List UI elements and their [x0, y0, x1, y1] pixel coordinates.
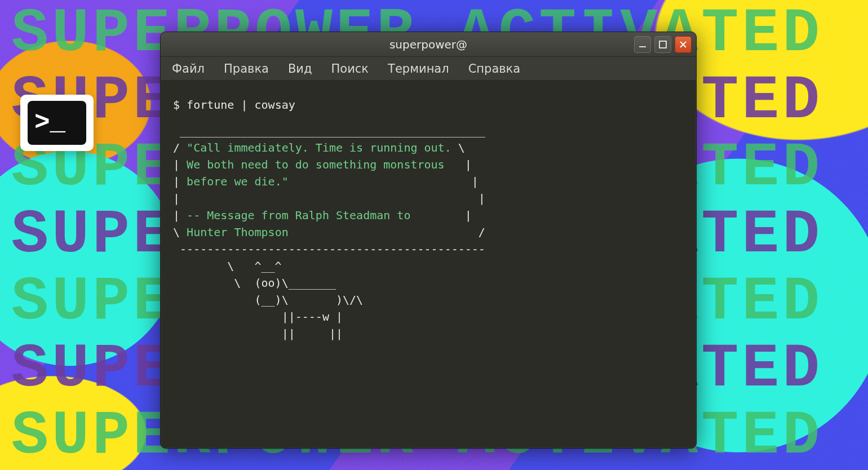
menu-view[interactable]: Вид: [288, 62, 312, 76]
terminal-icon: >_: [28, 101, 86, 145]
cow-art: ||----w |: [173, 310, 343, 323]
cow-art: || ||: [173, 327, 343, 340]
menu-file[interactable]: Файл: [172, 62, 205, 76]
prompt-symbol: $: [173, 98, 180, 112]
fortune-line: We both need to do something monstrous: [187, 158, 445, 171]
menu-search[interactable]: Поиск: [331, 62, 369, 76]
window-title: superpower@: [161, 38, 696, 51]
close-button[interactable]: [675, 36, 692, 53]
maximize-button[interactable]: [654, 36, 671, 53]
fortune-line: "Call immediately. Time is running out.: [187, 141, 451, 154]
cow-art: (__)\ )\/\: [173, 293, 363, 307]
menu-terminal[interactable]: Терминал: [388, 62, 449, 76]
minimize-button[interactable]: [634, 36, 651, 53]
cow-art: \ (oo)\_______: [173, 276, 336, 290]
fortune-line: -- Message from Ralph Steadman to: [187, 209, 410, 222]
menu-edit[interactable]: Правка: [224, 62, 269, 76]
terminal-output[interactable]: $ fortune | cowsay _____________________…: [161, 81, 696, 358]
terminal-window: superpower@ Файл Правка Вид Поиск Термин…: [160, 32, 697, 449]
bubble-bottom: ----------------------------------------…: [173, 242, 485, 256]
svg-rect-1: [659, 41, 666, 48]
fortune-line: before we die.": [187, 175, 289, 188]
titlebar[interactable]: superpower@: [161, 32, 696, 57]
menubar: Файл Правка Вид Поиск Терминал Справка: [161, 57, 696, 81]
bubble-top: ________________________________________…: [173, 124, 485, 138]
terminal-badge: >_: [20, 95, 94, 151]
cow-art: \ ^__^: [173, 259, 282, 273]
svg-rect-0: [639, 46, 646, 47]
fortune-line: Hunter Thompson: [187, 225, 289, 239]
menu-help[interactable]: Справка: [468, 62, 521, 76]
prompt-line: $ fortune | cowsay: [173, 96, 684, 113]
command-text: fortune | cowsay: [187, 98, 295, 112]
